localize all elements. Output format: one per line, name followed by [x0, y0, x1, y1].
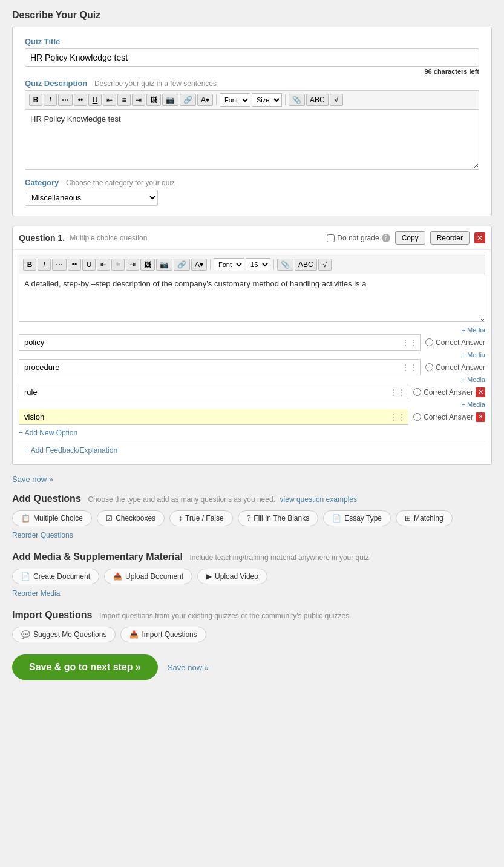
media2-btn[interactable]: 📎 — [289, 94, 305, 106]
q-align-center-btn[interactable]: ≡ — [111, 259, 125, 271]
description-editor[interactable]: HR Policy Knowledge test — [25, 109, 479, 170]
close-question-button[interactable]: ✕ — [474, 232, 485, 243]
multiple-choice-btn[interactable]: 📋 Multiple Choice — [12, 510, 92, 526]
q-spellcheck-btn[interactable]: ABC — [295, 259, 317, 271]
add-questions-subtitle: Choose the type and add as many question… — [88, 495, 275, 504]
option4-input[interactable] — [19, 409, 408, 425]
option-row-4: ⋮⋮ Correct Answer ✕ — [19, 409, 485, 425]
checkboxes-btn[interactable]: ☑ Checkboxes — [97, 510, 165, 526]
category-label: Category — [25, 178, 59, 187]
save-now-link-top[interactable]: Save now » — [12, 475, 53, 484]
media-buttons: 📄 Create Document 📤 Upload Document ▶ Up… — [12, 569, 492, 584]
fill-blanks-label: Fill In The Blanks — [254, 514, 309, 523]
essay-type-icon: 📄 — [332, 514, 341, 523]
category-select[interactable]: Miscellaneous — [25, 190, 158, 206]
q-align-left-btn[interactable]: ⇤ — [97, 259, 110, 271]
reorder-questions-link[interactable]: Reorder Questions — [12, 531, 73, 539]
media-btn[interactable]: 📷 — [162, 94, 178, 106]
option2-correct-radio[interactable] — [425, 363, 433, 371]
save-now-link-bottom[interactable]: Save now » — [168, 663, 209, 672]
option2-add-media[interactable]: + Media — [19, 351, 485, 359]
question-toolbar: B I ⋯ •• U ⇤ ≡ ⇥ 🖼 📷 🔗 A▾ Font 16 — [19, 255, 485, 274]
spellcheck-btn[interactable]: ABC — [306, 94, 329, 106]
reorder-media-link[interactable]: Reorder Media — [12, 589, 60, 598]
unordered-list-btn[interactable]: •• — [74, 94, 87, 106]
upload-video-btn[interactable]: ▶ Upload Video — [197, 569, 267, 584]
q-underline-btn[interactable]: U — [82, 259, 96, 271]
q-media-btn[interactable]: 📷 — [156, 259, 172, 271]
add-questions-title: Add Questions — [12, 493, 81, 504]
q-ordered-btn[interactable]: ⋯ — [52, 259, 67, 271]
true-false-icon: ↕ — [178, 514, 182, 523]
description-toolbar: B I ⋯ •• U ⇤ ≡ ⇥ 🖼 📷 🔗 A▾ Font Size — [25, 90, 479, 109]
image-btn[interactable]: 🖼 — [146, 94, 161, 106]
q-formula-btn[interactable]: √ — [318, 259, 332, 271]
reorder-button[interactable]: Reorder — [430, 231, 470, 245]
option4-delete-btn[interactable]: ✕ — [476, 412, 485, 422]
option3-add-media[interactable]: + Media — [19, 375, 485, 384]
underline-btn[interactable]: U — [88, 94, 102, 106]
font-select[interactable]: Font — [220, 93, 250, 107]
formula-btn[interactable]: √ — [330, 94, 343, 106]
size-select[interactable]: Size — [252, 93, 282, 107]
q-color-btn[interactable]: A▾ — [191, 259, 207, 271]
import-questions-section: Import Questions Import questions from y… — [12, 610, 492, 642]
q-unordered-btn[interactable]: •• — [68, 259, 81, 271]
fill-blanks-btn[interactable]: ? Fill In The Blanks — [238, 510, 319, 526]
option3-correct-radio[interactable] — [413, 388, 421, 396]
q-size-select[interactable]: 16 — [246, 258, 270, 271]
align-left-btn[interactable]: ⇤ — [103, 94, 116, 106]
import-title: Import Questions — [12, 610, 92, 620]
question-editor[interactable]: A detailed, step-by –step description of… — [19, 274, 485, 322]
save-next-button[interactable]: Save & go to next step » — [12, 654, 158, 680]
link-btn[interactable]: 🔗 — [180, 94, 196, 106]
drag-handle-3[interactable]: ⋮⋮ — [389, 387, 406, 397]
option3-delete-btn[interactable]: ✕ — [476, 387, 485, 397]
quiz-title-input[interactable] — [25, 48, 479, 67]
q-image-btn[interactable]: 🖼 — [140, 259, 155, 271]
align-center-btn[interactable]: ≡ — [117, 94, 131, 106]
option1-input[interactable] — [19, 334, 421, 351]
q-media2-btn[interactable]: 📎 — [277, 259, 293, 271]
color-btn[interactable]: A▾ — [197, 94, 213, 106]
option2-input[interactable] — [19, 359, 421, 375]
copy-button[interactable]: Copy — [395, 231, 425, 245]
essay-type-label: Essay Type — [344, 514, 382, 523]
option3-input[interactable] — [19, 384, 408, 400]
ordered-list-btn[interactable]: ⋯ — [58, 94, 73, 106]
q-align-right-btn[interactable]: ⇥ — [126, 259, 139, 271]
import-questions-btn[interactable]: 📥 Import Questions — [120, 627, 206, 642]
add-media-subtitle: Include teaching/training material anywh… — [189, 553, 368, 562]
question-type-buttons: 📋 Multiple Choice ☑ Checkboxes ↕ True / … — [12, 510, 492, 526]
q-link-btn[interactable]: 🔗 — [174, 259, 190, 271]
add-new-option-link[interactable]: + Add New Option — [19, 429, 77, 437]
matching-btn[interactable]: ⊞ Matching — [396, 510, 453, 526]
help-icon[interactable]: ? — [382, 234, 390, 242]
drag-handle-2[interactable]: ⋮⋮ — [401, 363, 418, 372]
option1-add-media[interactable]: + Media — [19, 326, 485, 334]
question-card: Question 1. Multiple choice question Do … — [12, 226, 492, 465]
add-feedback-link[interactable]: + Add Feedback/Explanation — [19, 441, 485, 460]
option4-correct-label: Correct Answer — [424, 413, 473, 421]
true-false-btn[interactable]: ↕ True / False — [169, 510, 233, 526]
upload-document-btn[interactable]: 📤 Upload Document — [104, 569, 192, 584]
view-examples-link[interactable]: view question examples — [280, 495, 357, 504]
align-right-btn[interactable]: ⇥ — [132, 94, 145, 106]
italic-btn[interactable]: I — [44, 94, 57, 106]
drag-handle-4[interactable]: ⋮⋮ — [389, 412, 406, 422]
drag-handle-1[interactable]: ⋮⋮ — [401, 338, 418, 348]
q-bold-btn[interactable]: B — [23, 259, 36, 271]
do-not-grade-container: Do not grade ? — [327, 234, 390, 242]
option4-add-media[interactable]: + Media — [19, 400, 485, 409]
suggest-questions-btn[interactable]: 💬 Suggest Me Questions — [12, 627, 116, 642]
upload-video-icon: ▶ — [206, 572, 212, 581]
q-font-select[interactable]: Font — [214, 258, 244, 271]
option1-correct-radio[interactable] — [425, 338, 433, 346]
option4-correct-radio[interactable] — [413, 413, 421, 421]
q-italic-btn[interactable]: I — [38, 259, 51, 271]
essay-type-btn[interactable]: 📄 Essay Type — [323, 510, 391, 526]
do-not-grade-checkbox[interactable] — [327, 234, 335, 242]
bold-btn[interactable]: B — [29, 94, 42, 106]
option-row-3: ⋮⋮ Correct Answer ✕ — [19, 384, 485, 400]
create-document-btn[interactable]: 📄 Create Document — [12, 569, 99, 584]
